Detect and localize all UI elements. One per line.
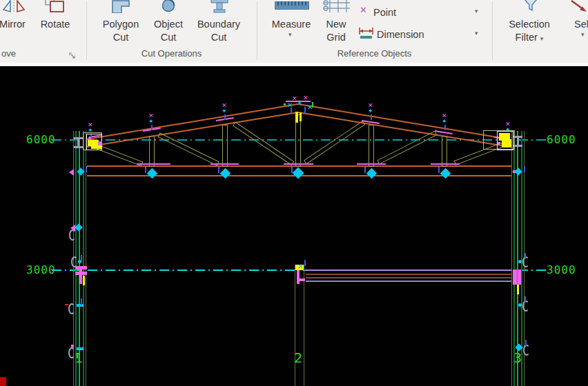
tick-blue <box>525 253 526 259</box>
node-diamond[interactable] <box>146 167 157 179</box>
web-member-vertical[interactable] <box>369 125 374 167</box>
tick-blue <box>81 255 82 261</box>
web-member-diagonal[interactable] <box>304 121 365 164</box>
dot-cyan <box>518 260 522 263</box>
connection-plate-magenta[interactable] <box>297 278 305 281</box>
tick-blue <box>525 296 526 303</box>
mirror-icon <box>2 0 26 16</box>
web-member-diagonal[interactable] <box>233 122 294 165</box>
selection-filter-button[interactable]: Selection Filter ▾ <box>507 18 551 44</box>
web-member-diagonal[interactable] <box>157 132 219 165</box>
connection-plate-magenta[interactable] <box>79 266 82 284</box>
grid-number-label: 3 <box>513 351 522 365</box>
ribbon-separator <box>492 1 493 60</box>
level-label-right: 3000 <box>547 265 576 276</box>
point-dropdown-arrow[interactable]: ▾ <box>475 8 478 14</box>
object-cut-button[interactable]: Object Cut <box>146 18 190 44</box>
tick-red <box>65 304 68 305</box>
rafter-top-line[interactable] <box>87 103 298 140</box>
node-bar-cyan <box>77 304 84 307</box>
object-cut-label-2: Cut <box>161 32 177 43</box>
gusset-plate[interactable] <box>284 163 313 165</box>
dot-magenta <box>88 137 91 140</box>
web-member-vertical[interactable] <box>222 125 228 167</box>
purlin-marker-star: ✦ <box>148 119 154 125</box>
web-member-vertical[interactable] <box>442 136 447 167</box>
dimension-dropdown-arrow[interactable]: ▾ <box>475 30 478 37</box>
boundary-cut-icon <box>208 0 231 16</box>
measure-dropdown-arrow[interactable]: ▾ <box>288 32 292 38</box>
group-label-reference-objects: Reference Objects <box>257 48 492 59</box>
purlin-marker-star: ✦ <box>222 108 227 114</box>
dimension-icon <box>358 28 375 43</box>
group-label-move: ove <box>1 48 43 59</box>
tick-blue <box>304 260 306 266</box>
ibeam-section-symbol <box>74 137 83 148</box>
tick-blue <box>364 167 366 173</box>
gusset-plate[interactable] <box>431 163 460 165</box>
polygon-cut-label-1: Polygon <box>103 19 139 30</box>
node-diamond[interactable] <box>440 167 451 179</box>
gusset-plate[interactable] <box>137 163 170 165</box>
rotate-button[interactable]: Rotate <box>33 18 77 31</box>
tick-blue <box>304 107 306 113</box>
mezzanine-beam-line[interactable] <box>306 277 512 278</box>
connection-plate-magenta[interactable] <box>518 270 521 285</box>
ibeam-section-symbol <box>513 136 522 147</box>
grid-number-label: 2 <box>294 351 302 365</box>
mezzanine-beam-line[interactable] <box>306 270 512 271</box>
selection-filter-dropdown-arrow[interactable]: ▾ <box>540 35 544 42</box>
polygon-cut-button[interactable]: Polygon Cut <box>99 18 143 44</box>
mezzanine-beam-line[interactable] <box>306 274 512 275</box>
web-member-vertical[interactable] <box>149 136 155 167</box>
tick-blue <box>525 340 527 346</box>
highlight-bar-yellow <box>300 112 302 121</box>
dot-magenta <box>513 170 516 173</box>
mezzanine-beam-line[interactable] <box>306 281 512 282</box>
highlight-bar-yellow <box>295 112 298 123</box>
x-star-marker: ✕ <box>297 263 303 270</box>
mirror-button[interactable]: Mirror <box>0 18 35 31</box>
purlin-marker-tick <box>151 125 153 130</box>
dot-green <box>284 103 286 105</box>
tick-blue <box>218 167 219 173</box>
group-label-cut-operations: Cut Operations <box>86 48 257 59</box>
boundary-cut-button[interactable]: Boundary Cut <box>194 18 244 44</box>
dimension-button[interactable]: Dimension <box>377 28 439 41</box>
connection-plate-magenta[interactable] <box>513 270 517 285</box>
new-grid-icon <box>322 0 351 16</box>
rafter-top-line[interactable] <box>298 103 509 140</box>
dot-magenta <box>498 142 500 145</box>
gusset-plate[interactable] <box>357 163 386 165</box>
dot-cyan <box>518 303 522 307</box>
connection-plate-magenta[interactable] <box>98 141 102 145</box>
tick-blue <box>291 167 293 173</box>
new-grid-label-2: Grid <box>326 32 345 43</box>
new-grid-button[interactable]: New Grid <box>314 18 358 44</box>
tick-blue <box>291 108 292 114</box>
node-diamond[interactable] <box>219 167 231 179</box>
node-diamond[interactable] <box>293 167 304 179</box>
new-grid-label-1: New <box>326 19 346 30</box>
connection-plate-magenta[interactable] <box>297 270 300 284</box>
tick-yellow <box>517 285 519 294</box>
select-button[interactable]: Selec <box>574 18 588 31</box>
model-view-canvas[interactable]: 6000600030003000✕✦✕✦✕✦✕✦✕✦✕✦✕✕✕✕✕✕123 <box>0 66 588 386</box>
x-marker-magenta: ✕ <box>303 95 308 101</box>
node-diamond[interactable] <box>366 167 377 179</box>
x-star-marker: ✕ <box>297 100 302 107</box>
tick-blue <box>438 167 440 173</box>
dialog-launcher-icon[interactable] <box>69 50 77 63</box>
point-button[interactable]: Point <box>373 6 415 19</box>
measure-button[interactable]: Measure <box>269 18 313 31</box>
connection-highlight-yellow[interactable] <box>502 139 511 148</box>
purlin-marker-tick <box>444 125 446 130</box>
select-dropdown-arrow[interactable]: ▾ <box>581 32 585 38</box>
fixity-arc-marker <box>523 345 530 356</box>
tick-blue <box>86 166 87 172</box>
object-cut-label-1: Object <box>154 19 183 30</box>
purlin-marker-tick <box>224 114 226 120</box>
web-member-diagonal[interactable] <box>377 131 437 165</box>
fixity-arc-marker <box>69 230 76 241</box>
gusset-plate[interactable] <box>210 163 239 165</box>
